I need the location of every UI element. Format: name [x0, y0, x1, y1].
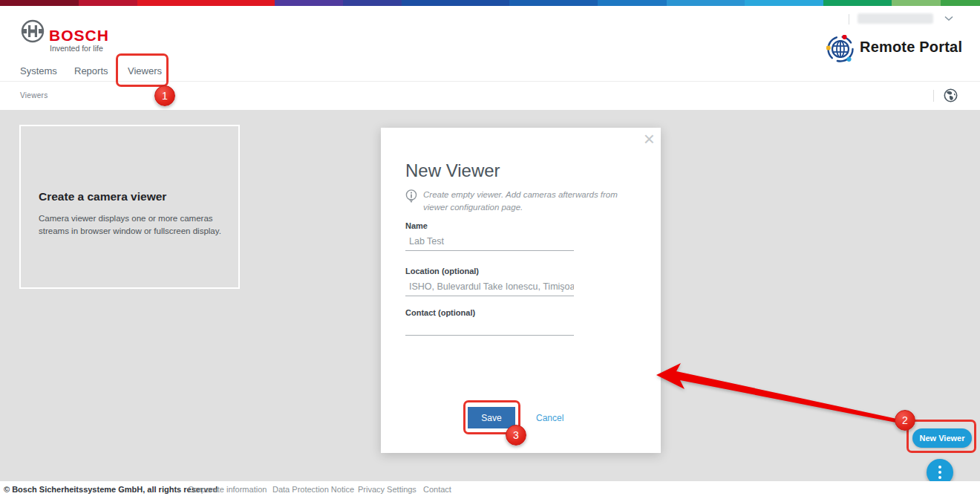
- footer-link-data-protection-notice[interactable]: Data Protection Notice: [272, 485, 354, 494]
- footer-link-privacy-settings[interactable]: Privacy Settings: [358, 485, 416, 494]
- modal-info-text: Create empty viewer. Add cameras afterwa…: [423, 189, 636, 213]
- footer-link-contact[interactable]: Contact: [423, 485, 451, 494]
- footer-copyright: © Bosch Sicherheitssysteme GmbH, all rig…: [4, 485, 218, 494]
- new-viewer-button[interactable]: New Viewer: [912, 428, 972, 448]
- modal-title: New Viewer: [405, 160, 500, 181]
- modal-info-row: Create empty viewer. Add cameras afterwa…: [405, 189, 636, 213]
- account-name-redacted[interactable]: [858, 13, 933, 24]
- account-separator: [849, 14, 849, 25]
- remote-portal-globe-icon: [826, 35, 855, 63]
- tab-reports[interactable]: Reports: [74, 65, 108, 76]
- save-button[interactable]: Save: [468, 407, 515, 428]
- tab-systems[interactable]: Systems: [20, 65, 57, 76]
- name-input[interactable]: [405, 233, 574, 251]
- new-viewer-modal: × New Viewer Create empty viewer. Add ca…: [381, 128, 661, 453]
- location-field-label: Location (optional): [405, 267, 479, 275]
- name-field-label: Name: [405, 221, 428, 230]
- tab-viewers[interactable]: Viewers: [128, 65, 162, 76]
- bosch-supergraphic-stripe: [0, 0, 980, 6]
- chevron-down-icon[interactable]: [944, 16, 953, 22]
- card-description: Camera viewer displays one or more camer…: [39, 212, 226, 237]
- step-badge-3: 3: [506, 425, 526, 446]
- card-title: Create a camera viewer: [39, 190, 166, 203]
- remote-portal-page: BOSCH Invented for life Systems Reports …: [0, 0, 980, 499]
- step-badge-1: 1: [154, 85, 175, 106]
- info-icon: [405, 189, 417, 203]
- close-icon[interactable]: ×: [644, 129, 655, 149]
- cancel-button[interactable]: Cancel: [536, 413, 564, 423]
- main-content: Create a camera viewer Camera viewer dis…: [0, 110, 980, 481]
- step-badge-2: 2: [895, 410, 915, 431]
- bosch-wordmark: BOSCH: [49, 27, 109, 45]
- bosch-tagline: Invented for life: [50, 44, 103, 53]
- footer-link-corporate-information[interactable]: Corporate information: [188, 485, 267, 494]
- contact-input[interactable]: [405, 315, 574, 336]
- breadcrumb: Viewers: [20, 91, 48, 100]
- bosch-logo-icon: [21, 19, 45, 43]
- toolbar-separator: [933, 90, 934, 102]
- product-title: Remote Portal: [860, 39, 962, 56]
- world-globe-icon[interactable]: [944, 88, 958, 102]
- footer: © Bosch Sicherheitssysteme GmbH, all rig…: [0, 481, 980, 499]
- create-viewer-card[interactable]: Create a camera viewer Camera viewer dis…: [19, 125, 240, 289]
- header: BOSCH Invented for life Systems Reports …: [0, 6, 980, 82]
- breadcrumb-bar: Viewers: [0, 82, 980, 110]
- location-input[interactable]: [405, 278, 574, 296]
- kebab-menu-icon: [938, 466, 941, 469]
